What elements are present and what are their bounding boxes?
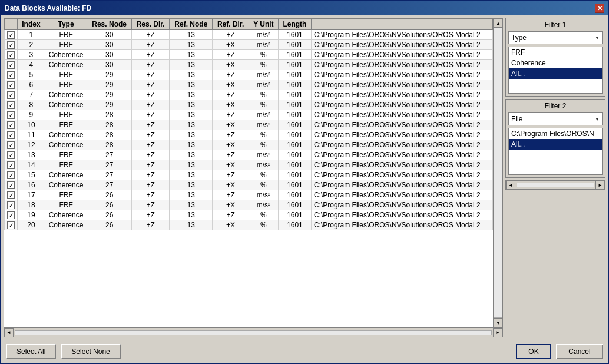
cell-res-dir: +Z — [131, 80, 169, 90]
row-checkbox[interactable] — [5, 110, 18, 120]
checkbox-icon[interactable] — [7, 101, 15, 109]
checkbox-icon[interactable] — [7, 41, 15, 49]
select-all-button[interactable]: Select All — [6, 344, 56, 359]
filter2-listbox[interactable]: C:\Program Files\OROS\NAll... — [508, 128, 603, 175]
checkbox-icon[interactable] — [7, 121, 15, 129]
row-checkbox[interactable] — [5, 160, 18, 170]
cell-y-unit: % — [249, 220, 278, 230]
row-checkbox[interactable] — [5, 30, 18, 40]
checkbox-icon[interactable] — [7, 201, 15, 209]
checkbox-icon[interactable] — [7, 151, 15, 159]
table-row: 11 Coherence 28 +Z 13 +Z % 1601 C:\Progr… — [5, 130, 493, 140]
row-checkbox[interactable] — [5, 140, 18, 150]
filter1-list-item[interactable]: Coherence — [509, 58, 602, 68]
cell-res-dir: +Z — [131, 120, 169, 130]
checkbox-icon[interactable] — [7, 181, 15, 189]
row-checkbox[interactable] — [5, 50, 18, 60]
checkbox-icon[interactable] — [7, 51, 15, 59]
filter2-list-item[interactable]: C:\Program Files\OROS\N — [509, 128, 602, 139]
filter1-list-item[interactable]: All... — [509, 68, 602, 79]
cell-ref-node: 13 — [170, 40, 213, 50]
row-checkbox[interactable] — [5, 80, 18, 90]
filter1-box: Filter 1 Type ▼ FRFCoherenceAll... — [505, 18, 605, 97]
close-button[interactable]: ✕ — [595, 4, 604, 13]
row-checkbox[interactable] — [5, 130, 18, 140]
cell-type: Coherence — [45, 50, 87, 60]
checkbox-icon[interactable] — [7, 91, 15, 99]
cell-ref-dir: +X — [213, 60, 249, 70]
checkbox-icon[interactable] — [7, 31, 15, 39]
row-checkbox[interactable] — [5, 180, 18, 190]
filter2-dropdown[interactable]: File ▼ — [508, 112, 603, 125]
ok-button[interactable]: OK — [516, 344, 551, 359]
filter-scroll-left[interactable]: ◄ — [506, 180, 515, 190]
cell-ref-node: 13 — [170, 70, 213, 80]
cancel-button[interactable]: Cancel — [556, 344, 603, 359]
filter-scrollbar-row[interactable]: ◄ ► — [505, 180, 605, 190]
cell-length: 1601 — [278, 70, 311, 80]
filter1-list-item[interactable]: FRF — [509, 47, 602, 58]
checkbox-icon[interactable] — [7, 191, 15, 199]
cell-y-unit: % — [249, 180, 278, 190]
cell-res-node: 26 — [87, 190, 132, 200]
checkbox-icon[interactable] — [7, 141, 15, 149]
scroll-right-button[interactable]: ► — [493, 328, 502, 337]
cell-type: Coherence — [45, 100, 87, 110]
checkbox-icon[interactable] — [7, 221, 15, 229]
cell-res-node: 30 — [87, 60, 132, 70]
scroll-up-button[interactable]: ▲ — [494, 18, 502, 28]
cell-path: C:\Program Files\OROS\NVSolutions\OROS M… — [311, 100, 492, 110]
cell-res-dir: +Z — [131, 190, 169, 200]
row-checkbox[interactable] — [5, 120, 18, 130]
row-checkbox[interactable] — [5, 70, 18, 80]
table-scroll-area[interactable]: Index Type Res. Node Res. Dir. Ref. Node… — [4, 18, 493, 327]
vertical-scrollbar[interactable]: ▲ ▼ — [493, 18, 502, 327]
checkbox-icon[interactable] — [7, 211, 15, 219]
cell-path: C:\Program Files\OROS\NVSolutions\OROS M… — [311, 90, 492, 100]
cell-res-node: 27 — [87, 160, 132, 170]
checkbox-icon[interactable] — [7, 131, 15, 139]
filter1-listbox[interactable]: FRFCoherenceAll... — [508, 47, 603, 94]
row-checkbox[interactable] — [5, 60, 18, 70]
h-scroll-track[interactable] — [15, 330, 492, 335]
checkbox-icon[interactable] — [7, 71, 15, 79]
row-checkbox[interactable] — [5, 150, 18, 160]
table-row: 20 Coherence 26 +Z 13 +X % 1601 C:\Progr… — [5, 220, 493, 230]
select-none-button[interactable]: Select None — [61, 344, 120, 359]
cell-length: 1601 — [278, 160, 311, 170]
row-checkbox[interactable] — [5, 90, 18, 100]
cell-type: Coherence — [45, 60, 87, 70]
cell-y-unit: % — [249, 140, 278, 150]
filter-scroll-right[interactable]: ► — [595, 180, 605, 190]
checkbox-icon[interactable] — [7, 61, 15, 69]
row-checkbox[interactable] — [5, 190, 18, 200]
checkbox-icon[interactable] — [7, 81, 15, 89]
table-row: 6 FRF 29 +Z 13 +X m/s² 1601 C:\Program F… — [5, 80, 493, 90]
checkbox-icon[interactable] — [7, 111, 15, 119]
cell-type: Coherence — [45, 90, 87, 100]
scroll-down-button[interactable]: ▼ — [494, 318, 502, 327]
filter1-dropdown[interactable]: Type ▼ — [508, 31, 603, 44]
row-checkbox[interactable] — [5, 100, 18, 110]
cell-res-dir: +Z — [131, 60, 169, 70]
table-row: 8 Coherence 29 +Z 13 +X % 1601 C:\Progra… — [5, 100, 493, 110]
cell-res-node: 29 — [87, 70, 132, 80]
cell-type: Coherence — [45, 140, 87, 150]
row-checkbox[interactable] — [5, 170, 18, 180]
row-checkbox[interactable] — [5, 40, 18, 50]
table-row: 1 FRF 30 +Z 13 +Z m/s² 1601 C:\Program F… — [5, 30, 493, 40]
checkbox-icon[interactable] — [7, 161, 15, 169]
scroll-left-button[interactable]: ◄ — [4, 328, 14, 337]
cell-ref-node: 13 — [170, 170, 213, 180]
cell-y-unit: % — [249, 130, 278, 140]
checkbox-icon[interactable] — [7, 171, 15, 179]
cell-path: C:\Program Files\OROS\NVSolutions\OROS M… — [311, 190, 492, 200]
scroll-track[interactable] — [494, 28, 502, 318]
row-checkbox[interactable] — [5, 210, 18, 220]
row-checkbox[interactable] — [5, 220, 18, 230]
filter2-list-item[interactable]: All... — [509, 139, 602, 150]
cell-length: 1601 — [278, 50, 311, 60]
filter2-title: Filter 2 — [508, 102, 603, 110]
row-checkbox[interactable] — [5, 200, 18, 210]
cell-ref-node: 13 — [170, 60, 213, 70]
